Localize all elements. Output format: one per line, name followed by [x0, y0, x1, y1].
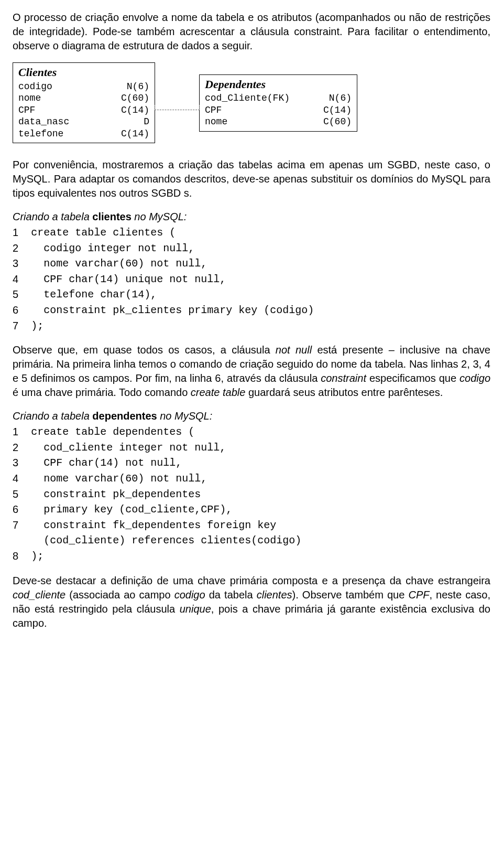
field-type: N(6): [107, 81, 149, 93]
entity-dependentes: Dependentes cod_Cliente(FK)N(6) CPFC(14)…: [199, 74, 357, 132]
field-name: telefone: [18, 128, 107, 140]
code-block-dependentes: 1 2 3 4 5 6 7 8 create table dependentes…: [13, 424, 490, 564]
field-type: C(14): [107, 104, 149, 116]
code-heading-clientes: Criando a tabela clientes no MySQL:: [13, 210, 490, 224]
field-name: data_nasc: [18, 116, 107, 128]
field-name: CPF: [18, 104, 107, 116]
paragraph-observe: Observe que, em quase todos os casos, a …: [13, 343, 490, 400]
entity-dependentes-title: Dependentes: [205, 77, 352, 92]
code-text: create table dependentes ( cod_cliente i…: [31, 424, 301, 564]
field-type: C(60): [107, 92, 149, 104]
field-type: C(14): [107, 128, 149, 140]
field-name: CPF: [205, 104, 310, 116]
text: (associada ao campo: [65, 589, 174, 601]
entity-row: nomeC(60): [18, 92, 149, 104]
paragraph-intro: O processo de criação envolve a nome da …: [13, 10, 490, 53]
field-name: nome: [205, 116, 310, 128]
heading-bold: dependentes: [92, 410, 157, 422]
entity-clientes: Clientes codigoN(6) nomeC(60) CPFC(14) d…: [13, 62, 155, 143]
italic-text: not null: [276, 344, 312, 356]
italic-text: constraint: [321, 372, 366, 384]
code-block-clientes: 1 2 3 4 5 6 7 create table clientes ( co…: [13, 225, 490, 334]
field-type: N(6): [310, 92, 352, 104]
text: especificamos que: [366, 372, 460, 384]
paragraph-conv: Por conveniência, mostraremos a criação …: [13, 158, 490, 200]
entity-row: telefoneC(14): [18, 128, 149, 140]
er-diagram: Clientes codigoN(6) nomeC(60) CPFC(14) d…: [13, 62, 490, 143]
italic-text: codigo: [460, 372, 490, 384]
italic-text: CPF: [408, 589, 429, 601]
italic-text: clientes: [257, 589, 292, 601]
entity-row: nomeC(60): [205, 116, 352, 128]
text: Deve-se destacar a definição de uma chav…: [13, 575, 490, 586]
text: ). Observe também que: [292, 589, 409, 601]
entity-row: CPFC(14): [205, 104, 352, 116]
italic-text: cod_cliente: [13, 589, 65, 601]
italic-text: create table: [191, 387, 246, 398]
heading-post: no MySQL:: [132, 211, 187, 222]
italic-text: codigo: [174, 589, 205, 601]
text: guardará seus atributos entre parênteses…: [245, 387, 443, 398]
relationship-connector: [155, 110, 200, 128]
entity-row: codigoN(6): [18, 81, 149, 93]
text: Observe que, em quase todos os casos, a …: [13, 344, 276, 356]
text: da tabela: [205, 589, 257, 601]
field-type: C(60): [310, 116, 352, 128]
entity-row: data_nascD: [18, 116, 149, 128]
italic-text: unique: [180, 603, 211, 615]
heading-pre: Criando a tabela: [13, 410, 92, 422]
field-type: D: [107, 116, 149, 128]
code-text: create table clientes ( codigo integer n…: [31, 225, 314, 334]
code-heading-dependentes: Criando a tabela dependentes no MySQL:: [13, 409, 490, 423]
entity-clientes-title: Clientes: [18, 65, 149, 80]
entity-row: CPFC(14): [18, 104, 149, 116]
heading-pre: Criando a tabela: [13, 211, 92, 222]
field-name: nome: [18, 92, 107, 104]
line-numbers: 1 2 3 4 5 6 7: [13, 225, 31, 334]
paragraph-final: Deve-se destacar a definição de uma chav…: [13, 574, 490, 630]
field-type: C(14): [310, 104, 352, 116]
field-name: cod_Cliente(FK): [205, 92, 310, 104]
entity-row: cod_Cliente(FK)N(6): [205, 92, 352, 104]
text: é uma chave primária. Todo comando: [13, 387, 191, 398]
field-name: codigo: [18, 81, 107, 93]
line-numbers: 1 2 3 4 5 6 7 8: [13, 424, 31, 564]
heading-bold: clientes: [92, 211, 131, 222]
heading-post: no MySQL:: [157, 410, 213, 422]
